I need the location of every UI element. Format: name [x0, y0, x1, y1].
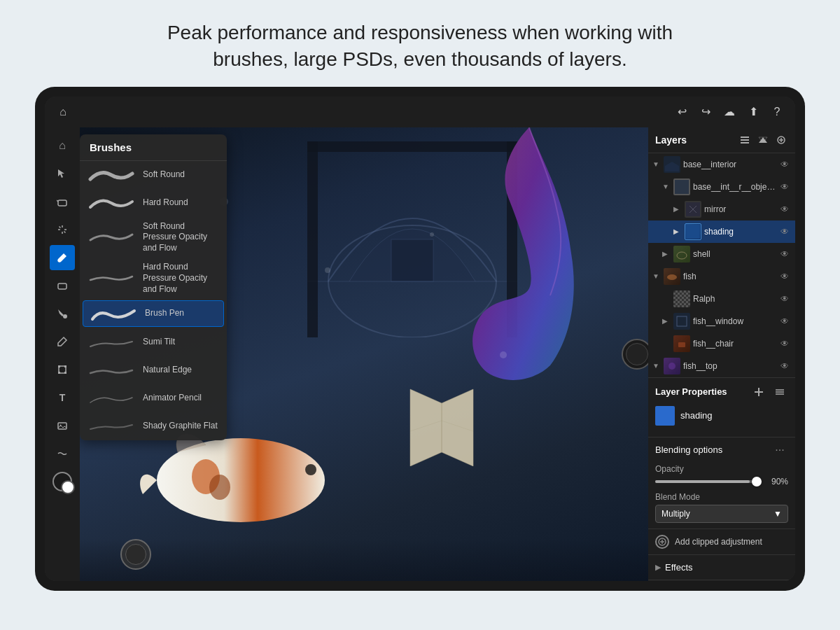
top-bar: ⌂ ↩ ↪ ☁ ⬆ ? [45, 97, 795, 127]
opacity-slider[interactable] [655, 480, 760, 483]
svg-rect-9 [58, 284, 66, 289]
brush-panel: Brushes Soft Round Hard Round [80, 134, 227, 441]
tablet-frame: ⌂ ↩ ↪ ☁ ⬆ ? ⌂ [35, 87, 805, 591]
layer-vis-fish-window[interactable]: 👁 [778, 316, 791, 326]
layer-vis-mirror[interactable]: 👁 [778, 204, 791, 214]
layer-name-base-int-objects: base__int__r__objects [693, 182, 776, 192]
layers-icon-1[interactable] [738, 133, 752, 147]
svg-rect-12 [58, 365, 60, 368]
brush-item-shady-graphite[interactable]: Shady Graphite Flat [80, 412, 227, 440]
brush-name-hard-round: Hard Round [143, 197, 188, 209]
svg-point-38 [677, 252, 687, 259]
smart-filters-row[interactable]: ▶ Smart filters [648, 580, 795, 581]
svg-point-42 [668, 363, 676, 370]
brush-item-hard-round-pressure[interactable]: Hard Round Pressure Opacity and Flow [80, 258, 227, 299]
layer-fish-chair[interactable]: fish__chair 👁 [648, 332, 795, 355]
tool-lasso[interactable] [50, 189, 75, 214]
brush-name-natural-edge: Natural Edge [143, 365, 192, 376]
add-clipped-icon [655, 535, 669, 549]
brush-name-brush-pen: Brush Pen [145, 308, 184, 319]
help-icon[interactable]: ? [770, 105, 784, 119]
brush-item-natural-edge[interactable]: Natural Edge [80, 356, 227, 384]
share-icon[interactable]: ⬆ [746, 105, 760, 119]
brush-item-hard-round[interactable]: Hard Round [80, 189, 227, 217]
home-button[interactable] [622, 339, 648, 370]
canvas-bg: Brushes Soft Round Hard Round [80, 127, 648, 581]
tool-transform[interactable] [50, 357, 75, 382]
layer-ralph[interactable]: Ralph 👁 [648, 288, 795, 310]
lp-add-icon[interactable] [750, 384, 767, 400]
layers-icon-3[interactable] [774, 133, 788, 147]
layer-base-int-objects[interactable]: ▼ base__int__r__objects 👁 [648, 176, 795, 198]
cloud-icon[interactable]: ☁ [722, 105, 736, 119]
layer-properties-section: Layer Properties shading [648, 377, 795, 437]
layer-vis-base-interior[interactable]: 👁 [778, 160, 791, 169]
blend-mode-chevron: ▼ [774, 509, 782, 519]
tool-eraser[interactable] [50, 273, 75, 298]
svg-rect-30 [741, 142, 749, 144]
layer-vis-ralph[interactable]: 👁 [778, 294, 791, 304]
blend-mode-select[interactable]: Multiply ▼ [655, 505, 788, 523]
app-home-icon[interactable]: ⌂ [56, 105, 70, 119]
svg-rect-40 [677, 316, 687, 326]
tool-fill[interactable] [50, 301, 75, 326]
layer-vis-base-int-objects[interactable]: 👁 [778, 182, 791, 192]
undo-icon[interactable]: ↩ [675, 105, 689, 119]
color-picker[interactable] [52, 472, 72, 491]
brush-item-soft-round-pressure[interactable]: Soft Round Pressure Opacity and Flow [80, 217, 227, 258]
brush-item-soft-round[interactable]: Soft Round [80, 161, 227, 189]
mermaid-tail [466, 127, 592, 393]
tool-select[interactable] [50, 161, 75, 186]
layer-mirror[interactable]: ▶ mirror 👁 [648, 198, 795, 220]
right-panel: Layers ▼ [648, 127, 795, 581]
brush-item-sumi-tilt[interactable]: Sumi Tilt [80, 328, 227, 356]
blend-title: Blending options [655, 444, 722, 455]
effects-label: Effects [665, 562, 788, 573]
bubble-3 [430, 232, 434, 237]
layer-name-fish-top: fish__top [683, 361, 776, 371]
layers-panel-header: Layers [648, 127, 795, 153]
opacity-row: 90% [655, 477, 788, 486]
bubble-4 [500, 351, 507, 358]
brush-name-animator-pencil: Animator Pencil [143, 393, 202, 404]
layer-name-mirror: mirror [704, 204, 776, 214]
brush-name-shady-graphite: Shady Graphite Flat [143, 421, 218, 432]
tool-type[interactable]: T [50, 385, 75, 410]
layer-vis-shading[interactable]: 👁 [778, 227, 791, 237]
layer-vis-fish-chair[interactable]: 👁 [778, 339, 791, 349]
headline-line2: brushes, large PSDs, even thousands of l… [167, 46, 673, 73]
brush-item-brush-pen[interactable]: Brush Pen [83, 300, 224, 327]
blend-more-icon[interactable]: ··· [771, 442, 788, 458]
add-clipped-adjustment-row[interactable]: Add clipped adjustment [648, 528, 795, 554]
svg-rect-19 [391, 239, 433, 281]
layer-name-fish-chair: fish__chair [693, 339, 776, 349]
lp-options-icon[interactable] [771, 384, 788, 400]
layer-vis-fish-top[interactable]: 👁 [778, 361, 791, 371]
tool-image[interactable] [50, 413, 75, 438]
tool-magic-wand[interactable] [50, 217, 75, 242]
layer-fish-window[interactable]: ▶ fish__window 👁 [648, 310, 795, 332]
brush-item-animator-pencil[interactable]: Animator Pencil [80, 384, 227, 412]
canvas-area[interactable]: Brushes Soft Round Hard Round [80, 127, 648, 581]
redo-icon[interactable]: ↪ [699, 105, 713, 119]
layers-title: Layers [655, 134, 687, 146]
book [403, 375, 480, 469]
layer-fish-top[interactable]: ▼ fish__top 👁 [648, 355, 795, 377]
layer-shading[interactable]: ▶ shading 👁 [648, 220, 795, 243]
layer-shell[interactable]: ▶ shell 👁 [648, 243, 795, 265]
tool-home[interactable]: ⌂ [50, 133, 75, 158]
effects-row[interactable]: ▶ Effects [648, 554, 795, 580]
layer-base-interior[interactable]: ▼ base__interior 👁 [648, 153, 795, 176]
tool-eyedropper[interactable] [50, 329, 75, 354]
layer-vis-fish[interactable]: 👁 [778, 272, 791, 281]
layer-name-base-interior: base__interior [683, 160, 776, 169]
svg-line-6 [59, 226, 61, 227]
tool-brush[interactable] [50, 245, 75, 270]
svg-rect-21 [307, 141, 318, 337]
layer-fish[interactable]: ▼ fish 👁 [648, 265, 795, 288]
svg-rect-37 [686, 225, 700, 239]
layers-icon-2[interactable] [756, 133, 770, 147]
tool-smudge[interactable] [50, 441, 75, 466]
left-toolbar: ⌂ [45, 127, 80, 581]
layer-vis-shell[interactable]: 👁 [778, 249, 791, 259]
